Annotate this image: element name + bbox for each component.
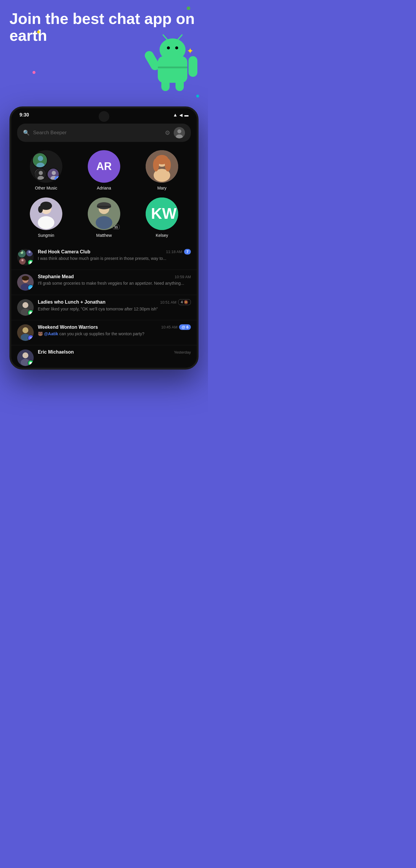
group-count: +8 (17, 249, 22, 252)
adriana-label: Adriana (97, 186, 111, 190)
stephanie-message: I'll grab some groceries to make fresh v… (38, 281, 184, 286)
ladies-badge: 4 🔕 (178, 299, 191, 305)
search-bar[interactable]: 🔍 Search Beeper ⚙ (17, 124, 191, 142)
story-item-other-music[interactable]: 8 Other Music (30, 150, 62, 190)
story-item-mary[interactable]: Mary (146, 150, 178, 190)
eric-header: Eric Michaelson Yesterday (38, 349, 191, 355)
svg-point-19 (39, 171, 43, 175)
other-music-avatar: 8 (30, 150, 62, 183)
svg-text:KW: KW (151, 205, 177, 222)
svg-rect-9 (175, 79, 184, 91)
settings-icon[interactable]: ⚙ (165, 129, 170, 136)
svg-line-4 (163, 35, 167, 40)
group-mini-2 (34, 168, 46, 180)
svg-point-3 (175, 46, 178, 50)
ladies-message: Esther liked your reply, "OK we'll cya t… (38, 307, 158, 311)
ladies-content: Ladies who Lunch + Jonathan 10:51 AM 4 🔕… (38, 299, 191, 312)
ladies-time: 10:51 AM (160, 300, 177, 305)
phone-wrapper: 9:30 ▲ ◀ ▬ 🔍 Search Beeper ⚙ (9, 106, 198, 370)
whatsapp-icon (28, 259, 34, 266)
matthew-badge: 11 (113, 225, 120, 229)
svg-point-13 (177, 129, 181, 133)
chat-item-eric[interactable]: Eric Michaelson Yesterday (11, 345, 197, 368)
user-avatar[interactable] (174, 127, 185, 138)
svg-rect-8 (161, 79, 169, 91)
story-item-matthew[interactable]: 11 Matthew (88, 197, 120, 238)
svg-point-22 (52, 171, 56, 175)
svg-point-53 (29, 286, 33, 290)
wonton-time-badge: 10:45 AM @ 6 (161, 324, 191, 330)
wonton-message: 🐻 @Aatik can you pick up supplies for th… (38, 332, 145, 336)
svg-point-34 (38, 206, 43, 213)
svg-point-1 (160, 38, 186, 61)
wonton-avatar (17, 324, 34, 341)
svg-point-59 (23, 327, 28, 333)
stephanie-avatar (17, 274, 34, 290)
svg-point-2 (167, 46, 170, 50)
matthew-label: Matthew (96, 233, 112, 238)
svg-point-63 (31, 338, 32, 339)
signal-icon: ◀ (179, 113, 183, 117)
other-music-badge: 8 (54, 176, 61, 182)
chat-item-ladies[interactable]: Ladies who Lunch + Jonathan 10:51 AM 4 🔕… (11, 295, 197, 320)
stephanie-header: Stephanie Mead 10:59 AM (38, 274, 191, 279)
star-decoration-1: ✦ (35, 28, 41, 36)
search-icon: 🔍 (23, 129, 30, 136)
sungmin-label: Sungmin (38, 233, 54, 238)
wifi-icon: ▲ (173, 112, 178, 118)
other-music-label: Other Music (35, 186, 57, 190)
svg-point-29 (165, 158, 171, 172)
chat-item-red-hook[interactable]: +8 Red Hook Camera Club 11:18 AM 7 I was… (11, 245, 197, 270)
adriana-avatar: AR (88, 150, 120, 183)
eric-avatar (17, 349, 34, 366)
status-time: 9:30 (20, 112, 29, 118)
story-item-kelsey[interactable]: KW Kelsey (146, 197, 178, 238)
ladies-header: Ladies who Lunch + Jonathan 10:51 AM 4 🔕 (38, 299, 191, 305)
discord-icon (28, 335, 34, 341)
wonton-time: 10:45 AM (161, 325, 178, 329)
wonton-header: Weekend Wonton Warriors 10:45 AM @ 6 (38, 324, 191, 330)
group-mini-1 (32, 153, 47, 168)
status-icons: ▲ ◀ ▬ (173, 112, 189, 118)
chat-item-wonton[interactable]: Weekend Wonton Warriors 10:45 AM @ 6 🐻 @… (11, 320, 197, 345)
eric-content: Eric Michaelson Yesterday (38, 349, 191, 356)
red-hook-badge: 7 (184, 249, 191, 254)
red-hook-message: I was think about how much grain is pres… (38, 256, 166, 261)
whatsapp-icon-3 (28, 360, 34, 366)
hero-section: Join the best chat app on earth ✦ ✦ (0, 0, 208, 124)
wonton-badge: @ 6 (179, 324, 191, 330)
search-placeholder: Search Beeper (33, 130, 161, 136)
svg-line-5 (178, 35, 182, 40)
ladies-time-badge: 10:51 AM 4 🔕 (160, 299, 191, 305)
adriana-initials: AR (96, 160, 112, 173)
phone-notch (99, 111, 109, 122)
svg-point-65 (23, 352, 28, 358)
stories-row-2: Sungmin 11 (11, 195, 197, 242)
eric-name: Eric Michaelson (38, 349, 74, 355)
wonton-content: Weekend Wonton Warriors 10:45 AM @ 6 🐻 @… (38, 324, 191, 337)
mary-avatar (146, 150, 178, 183)
svg-point-37 (96, 216, 112, 229)
kelsey-label: Kelsey (156, 233, 168, 238)
svg-text:✦: ✦ (187, 46, 194, 56)
chat-list: +8 Red Hook Camera Club 11:18 AM 7 I was… (11, 245, 197, 368)
ladies-name: Ladies who Lunch + Jonathan (38, 300, 105, 305)
phone: 9:30 ▲ ◀ ▬ 🔍 Search Beeper ⚙ (9, 106, 198, 370)
svg-rect-10 (158, 66, 187, 68)
story-item-sungmin[interactable]: Sungmin (30, 197, 62, 238)
red-hook-header: Red Hook Camera Club 11:18 AM 7 (38, 249, 191, 254)
svg-point-62 (30, 338, 31, 339)
whatsapp-icon-2 (28, 310, 34, 316)
dot-pink (32, 71, 35, 74)
red-hook-time: 11:18 AM (166, 250, 182, 254)
battery-icon: ▬ (184, 113, 189, 117)
story-item-adriana[interactable]: AR Adriana (88, 150, 120, 190)
mention-name: @Aatik (44, 332, 58, 336)
dot-green (187, 6, 190, 10)
svg-point-28 (153, 158, 159, 172)
svg-point-52 (22, 276, 29, 281)
chat-item-stephanie[interactable]: Stephanie Mead 10:59 AM I'll grab some g… (11, 270, 197, 295)
svg-point-55 (23, 302, 28, 308)
eric-time: Yesterday (174, 350, 191, 354)
svg-rect-7 (189, 56, 197, 77)
